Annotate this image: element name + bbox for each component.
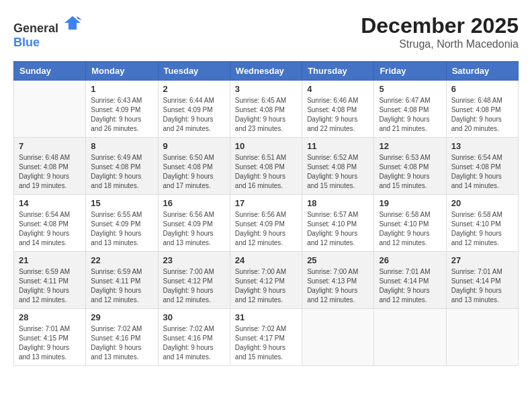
calendar-cell: 19Sunrise: 6:58 AM Sunset: 4:10 PM Dayli… <box>374 195 446 252</box>
calendar-cell: 20Sunrise: 6:58 AM Sunset: 4:10 PM Dayli… <box>446 195 518 252</box>
day-number: 30 <box>163 312 225 322</box>
day-info: Sunrise: 6:57 AM Sunset: 4:10 PM Dayligh… <box>307 210 369 248</box>
calendar-cell: 5Sunrise: 6:47 AM Sunset: 4:08 PM Daylig… <box>374 81 446 138</box>
day-number: 14 <box>19 198 81 208</box>
calendar-week-row: 7Sunrise: 6:48 AM Sunset: 4:08 PM Daylig… <box>14 138 519 195</box>
weekday-header-row: SundayMondayTuesdayWednesdayThursdayFrid… <box>14 62 519 81</box>
day-number: 24 <box>235 255 297 265</box>
day-number: 6 <box>451 84 513 94</box>
day-info: Sunrise: 7:02 AM Sunset: 4:16 PM Dayligh… <box>163 324 225 362</box>
calendar-cell: 18Sunrise: 6:57 AM Sunset: 4:10 PM Dayli… <box>302 195 374 252</box>
calendar-cell: 11Sunrise: 6:52 AM Sunset: 4:08 PM Dayli… <box>302 138 374 195</box>
calendar-cell: 26Sunrise: 7:01 AM Sunset: 4:14 PM Dayli… <box>374 252 446 309</box>
calendar-cell: 6Sunrise: 6:48 AM Sunset: 4:08 PM Daylig… <box>446 81 518 138</box>
day-number: 18 <box>307 198 369 208</box>
day-info: Sunrise: 6:45 AM Sunset: 4:08 PM Dayligh… <box>235 96 297 134</box>
weekday-header-wednesday: Wednesday <box>230 62 302 81</box>
calendar-cell: 8Sunrise: 6:49 AM Sunset: 4:08 PM Daylig… <box>86 138 158 195</box>
calendar-cell: 15Sunrise: 6:55 AM Sunset: 4:09 PM Dayli… <box>86 195 158 252</box>
calendar-cell: 7Sunrise: 6:48 AM Sunset: 4:08 PM Daylig… <box>14 138 86 195</box>
calendar-week-row: 21Sunrise: 6:59 AM Sunset: 4:11 PM Dayli… <box>14 252 519 309</box>
day-number: 19 <box>379 198 441 208</box>
calendar-cell: 2Sunrise: 6:44 AM Sunset: 4:09 PM Daylig… <box>158 81 230 138</box>
day-number: 15 <box>91 198 152 208</box>
day-info: Sunrise: 6:50 AM Sunset: 4:08 PM Dayligh… <box>163 153 225 191</box>
day-info: Sunrise: 7:01 AM Sunset: 4:15 PM Dayligh… <box>19 324 81 362</box>
calendar-cell: 27Sunrise: 7:01 AM Sunset: 4:14 PM Dayli… <box>446 252 518 309</box>
day-number: 22 <box>91 255 152 265</box>
day-info: Sunrise: 6:54 AM Sunset: 4:08 PM Dayligh… <box>19 210 81 248</box>
calendar-cell: 10Sunrise: 6:51 AM Sunset: 4:08 PM Dayli… <box>230 138 302 195</box>
day-number: 21 <box>19 255 81 265</box>
day-info: Sunrise: 6:48 AM Sunset: 4:08 PM Dayligh… <box>19 153 81 191</box>
day-info: Sunrise: 7:00 AM Sunset: 4:12 PM Dayligh… <box>163 267 225 305</box>
logo-blue: Blue <box>13 36 40 49</box>
day-number: 9 <box>163 141 225 151</box>
day-number: 5 <box>379 84 441 94</box>
day-info: Sunrise: 6:58 AM Sunset: 4:10 PM Dayligh… <box>451 210 513 248</box>
day-number: 10 <box>235 141 297 151</box>
day-info: Sunrise: 6:55 AM Sunset: 4:09 PM Dayligh… <box>91 210 152 248</box>
day-info: Sunrise: 6:43 AM Sunset: 4:09 PM Dayligh… <box>91 96 152 134</box>
day-info: Sunrise: 6:46 AM Sunset: 4:08 PM Dayligh… <box>307 96 369 134</box>
day-info: Sunrise: 6:54 AM Sunset: 4:08 PM Dayligh… <box>451 153 513 191</box>
day-number: 1 <box>91 84 152 94</box>
day-info: Sunrise: 6:44 AM Sunset: 4:09 PM Dayligh… <box>163 96 225 134</box>
day-number: 28 <box>19 312 81 322</box>
calendar-cell: 12Sunrise: 6:53 AM Sunset: 4:08 PM Dayli… <box>374 138 446 195</box>
day-number: 7 <box>19 141 81 151</box>
logo-text: General Blue <box>13 13 82 50</box>
calendar-cell: 16Sunrise: 6:56 AM Sunset: 4:09 PM Dayli… <box>158 195 230 252</box>
day-info: Sunrise: 7:00 AM Sunset: 4:12 PM Dayligh… <box>235 267 297 305</box>
svg-marker-1 <box>77 16 82 20</box>
calendar-week-row: 1Sunrise: 6:43 AM Sunset: 4:09 PM Daylig… <box>14 81 519 138</box>
weekday-header-monday: Monday <box>86 62 158 81</box>
page-header: General Blue December 2025 Struga, North… <box>13 13 519 50</box>
day-number: 13 <box>451 141 513 151</box>
weekday-header-thursday: Thursday <box>302 62 374 81</box>
day-info: Sunrise: 6:56 AM Sunset: 4:09 PM Dayligh… <box>235 210 297 248</box>
weekday-header-friday: Friday <box>374 62 446 81</box>
day-info: Sunrise: 6:49 AM Sunset: 4:08 PM Dayligh… <box>91 153 152 191</box>
day-info: Sunrise: 7:02 AM Sunset: 4:17 PM Dayligh… <box>235 324 297 362</box>
day-info: Sunrise: 7:00 AM Sunset: 4:13 PM Dayligh… <box>307 267 369 305</box>
calendar-cell <box>374 309 446 366</box>
title-block: December 2025 Struga, North Macedonia <box>361 13 519 50</box>
day-info: Sunrise: 7:02 AM Sunset: 4:16 PM Dayligh… <box>91 324 152 362</box>
day-number: 31 <box>235 312 297 322</box>
calendar-cell <box>14 81 86 138</box>
calendar-cell <box>302 309 374 366</box>
weekday-header-sunday: Sunday <box>14 62 86 81</box>
calendar-cell: 21Sunrise: 6:59 AM Sunset: 4:11 PM Dayli… <box>14 252 86 309</box>
calendar-cell: 23Sunrise: 7:00 AM Sunset: 4:12 PM Dayli… <box>158 252 230 309</box>
day-info: Sunrise: 6:59 AM Sunset: 4:11 PM Dayligh… <box>91 267 152 305</box>
day-number: 29 <box>91 312 152 322</box>
calendar-cell: 4Sunrise: 6:46 AM Sunset: 4:08 PM Daylig… <box>302 81 374 138</box>
calendar-week-row: 28Sunrise: 7:01 AM Sunset: 4:15 PM Dayli… <box>14 309 519 366</box>
day-info: Sunrise: 6:59 AM Sunset: 4:11 PM Dayligh… <box>19 267 81 305</box>
day-number: 16 <box>163 198 225 208</box>
day-info: Sunrise: 6:58 AM Sunset: 4:10 PM Dayligh… <box>379 210 441 248</box>
weekday-header-saturday: Saturday <box>446 62 518 81</box>
day-number: 25 <box>307 255 369 265</box>
calendar-week-row: 14Sunrise: 6:54 AM Sunset: 4:08 PM Dayli… <box>14 195 519 252</box>
calendar-table: SundayMondayTuesdayWednesdayThursdayFrid… <box>13 61 519 366</box>
logo: General Blue <box>13 13 82 50</box>
day-info: Sunrise: 6:56 AM Sunset: 4:09 PM Dayligh… <box>163 210 225 248</box>
day-info: Sunrise: 7:01 AM Sunset: 4:14 PM Dayligh… <box>451 267 513 305</box>
weekday-header-tuesday: Tuesday <box>158 62 230 81</box>
calendar-cell: 24Sunrise: 7:00 AM Sunset: 4:12 PM Dayli… <box>230 252 302 309</box>
calendar-cell: 9Sunrise: 6:50 AM Sunset: 4:08 PM Daylig… <box>158 138 230 195</box>
calendar-cell: 3Sunrise: 6:45 AM Sunset: 4:08 PM Daylig… <box>230 81 302 138</box>
calendar-cell: 13Sunrise: 6:54 AM Sunset: 4:08 PM Dayli… <box>446 138 518 195</box>
day-number: 26 <box>379 255 441 265</box>
calendar-cell: 1Sunrise: 6:43 AM Sunset: 4:09 PM Daylig… <box>86 81 158 138</box>
calendar-cell: 28Sunrise: 7:01 AM Sunset: 4:15 PM Dayli… <box>14 309 86 366</box>
day-number: 27 <box>451 255 513 265</box>
day-number: 12 <box>379 141 441 151</box>
calendar-cell: 14Sunrise: 6:54 AM Sunset: 4:08 PM Dayli… <box>14 195 86 252</box>
location-title: Struga, North Macedonia <box>361 38 519 50</box>
calendar-cell: 22Sunrise: 6:59 AM Sunset: 4:11 PM Dayli… <box>86 252 158 309</box>
calendar-cell: 17Sunrise: 6:56 AM Sunset: 4:09 PM Dayli… <box>230 195 302 252</box>
day-number: 8 <box>91 141 152 151</box>
